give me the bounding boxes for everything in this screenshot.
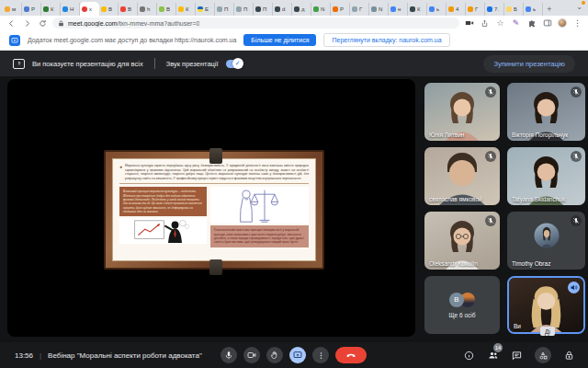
browser-tab[interactable]: Е — [196, 3, 215, 16]
meet-main-area: ● Моральна культура юриста передбачає од… — [0, 76, 588, 342]
new-tab-button[interactable]: + — [543, 3, 556, 16]
browser-tab[interactable]: ь — [524, 3, 543, 16]
share-icon[interactable] — [480, 18, 490, 29]
participant-tile[interactable]: Oleksandr Kukulin — [424, 212, 500, 270]
browser-tab[interactable]: н — [389, 3, 408, 16]
browser-tab[interactable]: Г — [466, 3, 485, 16]
pen-extension-icon[interactable]: ✎ — [511, 18, 521, 29]
chat-icon[interactable] — [511, 350, 523, 362]
tab-favicon-icon — [275, 6, 280, 12]
mic-button[interactable] — [220, 347, 237, 363]
browser-tab[interactable]: В — [99, 3, 119, 16]
browser-tab[interactable]: К — [41, 3, 61, 16]
tab-favicon-icon — [255, 6, 261, 12]
browser-tab[interactable]: П — [234, 3, 254, 16]
participant-name: Юлія Литвин — [429, 132, 464, 138]
tab-title: Г — [475, 6, 478, 12]
browser-tab[interactable]: Н — [61, 3, 80, 16]
participant-name: Oleksandr Kukulin — [429, 260, 478, 267]
meeting-panels: 14 — [463, 347, 588, 363]
browser-tab[interactable]: Б — [504, 3, 524, 16]
browser-menu-icon[interactable]: ⋮ — [572, 18, 582, 29]
meeting-info: 13:56 | Вебінар "Моральні аспекти роботи… — [0, 351, 220, 360]
browser-tab[interactable]: N — [311, 3, 331, 16]
browser-tab[interactable]: В — [157, 3, 176, 16]
browser-tab[interactable]: h — [138, 3, 157, 16]
browser-tab[interactable]: Г — [350, 3, 369, 16]
browser-tab[interactable]: N — [369, 3, 389, 16]
camera-off-avatar — [534, 224, 559, 248]
browser-tab[interactable]: Р — [22, 3, 41, 16]
raise-hand-button[interactable] — [266, 347, 283, 363]
participant-tile[interactable]: Tatyana Skidanchuk — [507, 147, 585, 205]
more-options-button[interactable] — [312, 347, 329, 363]
browser-tab[interactable]: м — [3, 3, 22, 16]
tab-title: х — [89, 6, 92, 12]
browser-tab[interactable]: 4 — [447, 3, 466, 16]
participant-tile[interactable]: Юлія Литвин — [424, 83, 500, 141]
browser-tab[interactable]: д — [292, 3, 311, 16]
browser-tab[interactable]: d — [273, 3, 292, 16]
tab-camera-indicator-icon[interactable] — [464, 18, 474, 29]
more-participants: B Ще 6 осіб — [424, 276, 500, 334]
activities-icon[interactable] — [535, 347, 551, 363]
tab-favicon-icon — [429, 6, 435, 12]
host-controls-icon[interactable] — [563, 350, 575, 362]
browser-tab[interactable]: Р — [331, 3, 350, 16]
browser-tab[interactable]: К — [176, 3, 196, 16]
slide-content: ● Моральна культура юриста передбачає од… — [112, 158, 316, 261]
reload-icon[interactable] — [37, 17, 48, 29]
more-participants-label: Ще 6 осіб — [449, 312, 476, 318]
profile-avatar[interactable] — [558, 18, 567, 28]
tab-favicon-icon — [468, 6, 473, 12]
participant-tile[interactable]: святослав ямковой — [424, 147, 500, 205]
stop-sharing-button[interactable]: Більше не ділитися — [243, 34, 316, 46]
url-host: meet.google.com — [68, 20, 118, 27]
participant-tile-you[interactable]: Ви — [507, 276, 585, 334]
bookmark-star-icon[interactable]: ☆ — [495, 18, 505, 29]
toolbar-icons: ☆ ✎ ⋮ — [464, 18, 582, 29]
participants-icon[interactable]: 14 — [487, 350, 499, 362]
participant-tile[interactable]: Вікторія Погорільчук — [507, 83, 585, 141]
present-now-button[interactable] — [289, 347, 306, 363]
browser-tab[interactable]: х — [80, 2, 99, 16]
stop-presentation-button[interactable]: Зупинити презентацію — [483, 55, 575, 73]
participant-name: Вікторія Погорільчук — [512, 132, 568, 138]
tab-title: К — [186, 6, 189, 12]
tab-favicon-icon — [24, 6, 29, 12]
tab-favicon-icon — [313, 6, 319, 12]
camera-button[interactable] — [243, 347, 260, 363]
side-panel-icon[interactable] — [542, 18, 552, 29]
presentation-audio-label: Звук презентації — [166, 60, 219, 68]
tab-title: N — [321, 6, 324, 12]
browser-tab[interactable]: П — [215, 3, 234, 16]
more-participants-tile[interactable]: B Ще 6 осіб — [424, 276, 500, 334]
tab-favicon-icon — [294, 6, 300, 12]
lock-icon — [58, 20, 64, 27]
browser-tab[interactable]: 7. — [485, 3, 504, 16]
view-tab-button[interactable]: Переглянути вкладку: naurok.com.ua — [323, 33, 449, 47]
meeting-details-icon[interactable] — [463, 350, 475, 362]
participant-tile[interactable]: Timothy Obraz — [507, 212, 585, 270]
update-indicator-dot — [582, 1, 585, 5]
participant-grid: Юлія Литвин Вікторія Погорільчук святосл… — [424, 83, 585, 334]
address-bar[interactable]: meet.google.com/txn-mmev-mma?authuser=0 — [52, 17, 459, 29]
mic-muted-icon — [485, 215, 496, 226]
extensions-puzzle-icon[interactable] — [526, 18, 537, 29]
tab-strip-tabs: мРКНхВВhВКЕПППdдNРГNнКь4Г7.Бь — [3, 2, 543, 16]
info-separator: | — [40, 351, 41, 360]
meeting-title: Вебінар "Моральні аспекти роботи адвокат… — [48, 351, 202, 360]
mic-muted-icon — [571, 215, 582, 226]
browser-tab[interactable]: К — [408, 3, 427, 16]
tab-favicon-icon — [140, 6, 145, 12]
participant-name: святослав ямковой — [429, 196, 482, 202]
tab-favicon-icon — [506, 6, 512, 12]
browser-tab[interactable]: П — [254, 3, 273, 16]
presentation-audio-toggle[interactable]: ✓ — [226, 60, 243, 68]
forward-icon[interactable] — [21, 17, 32, 29]
browser-tab[interactable]: ь — [427, 3, 447, 16]
tab-title: Н — [70, 6, 74, 12]
back-icon[interactable] — [6, 17, 17, 29]
end-call-button[interactable] — [335, 347, 367, 363]
browser-tab[interactable]: В — [119, 3, 138, 16]
